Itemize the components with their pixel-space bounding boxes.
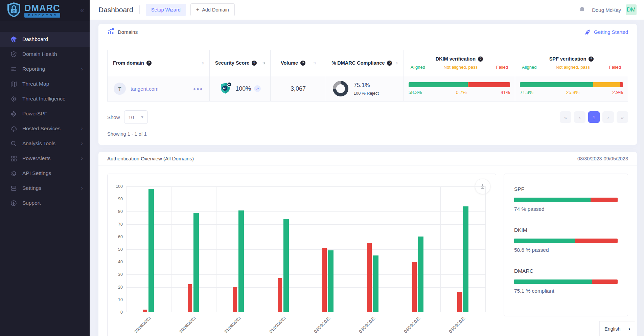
- svg-text:@: @: [13, 9, 16, 13]
- dkim-failed-header: Failed: [496, 65, 508, 70]
- gridline: [485, 186, 486, 312]
- auth-stats-card: SPF 74 % passed DKIM 58.6 % passed DMARC…: [504, 174, 628, 316]
- chevron-down-icon: ▾: [141, 115, 143, 119]
- sidebar-item-domain-health[interactable]: Domain Health: [0, 47, 90, 62]
- help-icon[interactable]: ?: [478, 57, 483, 62]
- sidebar-item-powerspf[interactable]: PowerSPF: [0, 106, 90, 121]
- title-divider: [139, 5, 140, 14]
- chart-bar: [233, 287, 237, 312]
- chart-bar: [143, 310, 147, 312]
- pagination-next-button[interactable]: ›: [602, 111, 614, 123]
- security-shield-icon: A+: [219, 81, 232, 96]
- header-dkim-verification: DKIM verification ? Aligned Not aligned,…: [404, 50, 515, 76]
- x-axis-label: 05/09/2023: [438, 316, 466, 336]
- pagination-first-button[interactable]: «: [560, 111, 571, 123]
- gridline: [440, 186, 441, 312]
- diamond-cluster-icon: [10, 110, 17, 117]
- spf-failed-header: Failed: [609, 65, 621, 70]
- chart-bar: [283, 219, 289, 312]
- getting-started-label: Getting Started: [594, 29, 628, 35]
- domain-link[interactable]: tangent.com: [131, 86, 159, 92]
- sidebar-item-settings[interactable]: Settings›: [0, 181, 90, 196]
- chart-bar: [278, 278, 282, 312]
- sort-icon[interactable]: ↑↓: [395, 61, 398, 65]
- sort-icon[interactable]: ↑↓: [313, 61, 316, 65]
- help-icon[interactable]: ?: [146, 61, 152, 66]
- chart-bar: [238, 210, 244, 312]
- topbar-right: Doug McKay DM: [578, 4, 637, 15]
- main-area: Dashboard Setup Wizard + Add Domain Doug…: [90, 0, 644, 336]
- help-icon[interactable]: ?: [300, 61, 305, 66]
- sort-icon[interactable]: ↑↓: [262, 61, 265, 65]
- chevron-right-icon: ›: [81, 66, 83, 72]
- sidebar-item-label: Threat Map: [22, 81, 49, 87]
- results-summary: Showing 1 - 1 of 1: [107, 131, 628, 137]
- stat-bar: [514, 198, 618, 202]
- x-axis-label: 31/08/2023: [213, 316, 242, 336]
- x-axis-label: 30/08/2023: [169, 316, 197, 336]
- x-axis-label: 02/09/2023: [303, 316, 331, 336]
- shield-check-icon: [10, 51, 17, 58]
- bar-segment: [593, 82, 620, 87]
- magnifier-icon: [10, 140, 17, 147]
- chart-bar: [418, 237, 423, 312]
- spf-not-aligned-header: Not aligned, pass: [556, 65, 590, 70]
- help-icon[interactable]: ?: [252, 61, 257, 66]
- pagination-prev-button[interactable]: ‹: [574, 111, 585, 123]
- sidebar-item-hosted-services[interactable]: Hosted Services›: [0, 121, 90, 136]
- add-domain-button[interactable]: + Add Domain: [190, 3, 235, 16]
- topbar: Dashboard Setup Wizard + Add Domain Doug…: [90, 0, 644, 20]
- sidebar-item-poweralerts[interactable]: PowerAlerts›: [0, 151, 90, 166]
- sidebar-item-label: Analysis Tools: [22, 140, 55, 147]
- page-size-select[interactable]: 10 ▾: [124, 110, 148, 124]
- sidebar-item-label: Hosted Services: [22, 126, 61, 132]
- sidebar-item-label: Threat Intelligence: [22, 96, 66, 102]
- chart-bar: [463, 206, 468, 312]
- y-axis-label: 100: [109, 184, 123, 189]
- help-icon[interactable]: ?: [387, 61, 392, 66]
- stat-value: 58.6 % passed: [514, 247, 618, 253]
- domains-panel-title: Domains: [118, 29, 138, 35]
- table-row: T tangent.com ●●●: [108, 76, 628, 102]
- gridline: [396, 186, 396, 312]
- header-dkim-label: DKIM verification: [436, 56, 476, 62]
- sidebar-item-api-settings[interactable]: API Settings: [0, 166, 90, 181]
- domains-panel-body: From domain ? ↑↓ Security Score ? ↑↓: [98, 40, 637, 145]
- dkim-not-aligned-value: 0.7%: [456, 90, 467, 95]
- sidebar-item-threat-map[interactable]: Threat Map: [0, 76, 90, 91]
- dkim-bar: [409, 82, 510, 87]
- sidebar-item-threat-intelligence[interactable]: Threat Intelligence: [0, 91, 90, 106]
- sidebar-item-dashboard[interactable]: Dashboard: [0, 32, 90, 47]
- sidebar-item-support[interactable]: Support: [0, 196, 90, 210]
- sidebar-item-analysis-tools[interactable]: Analysis Tools›: [0, 136, 90, 151]
- y-axis-label: 30: [109, 272, 123, 277]
- language-selector[interactable]: English ›: [599, 321, 635, 336]
- user-avatar[interactable]: DM: [626, 4, 637, 15]
- domains-panel-header: Domains Getting Started: [98, 24, 637, 40]
- notifications-bell-icon[interactable]: [578, 6, 586, 14]
- getting-started-link[interactable]: Getting Started: [584, 29, 628, 35]
- bolt-icon: [10, 200, 17, 206]
- row-actions-icon[interactable]: ●●●: [193, 86, 203, 91]
- pagination-page-button[interactable]: 1: [588, 111, 600, 123]
- sidebar-collapse-icon[interactable]: «: [80, 6, 84, 15]
- score-detail-link-icon[interactable]: ↗: [254, 85, 261, 92]
- spf-bar: [520, 82, 623, 87]
- language-label: English: [604, 326, 621, 332]
- sort-icon[interactable]: ↑↓: [201, 61, 204, 65]
- help-icon[interactable]: ?: [589, 57, 594, 62]
- compliance-note: 100 % Reject: [353, 91, 378, 96]
- auth-chart-card: 010203040506070809010029/08/202330/08/20…: [107, 174, 496, 336]
- chart-bar: [322, 248, 327, 312]
- pagination-last-button[interactable]: »: [617, 111, 628, 123]
- compliance-value: 75.1%: [353, 82, 378, 89]
- stat-bar: [514, 239, 618, 243]
- y-axis-label: 90: [109, 197, 123, 201]
- scrollbar-track[interactable]: [640, 20, 644, 336]
- chevron-right-icon: ›: [81, 185, 83, 192]
- dkim-failed-value: 41%: [501, 90, 510, 95]
- brand-text: DMARC DIRECTOR: [24, 4, 60, 18]
- brand-subtitle: DIRECTOR: [24, 13, 60, 18]
- sidebar-item-reporting[interactable]: Reporting›: [0, 62, 90, 76]
- setup-wizard-button[interactable]: Setup Wizard: [146, 4, 186, 16]
